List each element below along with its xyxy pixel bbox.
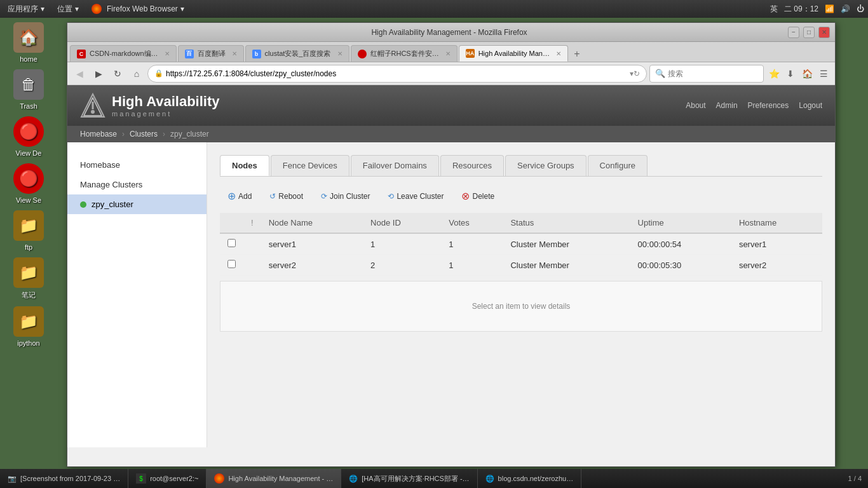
- tab-fence-devices[interactable]: Fence Devices: [271, 155, 349, 176]
- join-label: Join Cluster: [330, 192, 370, 201]
- th-votes: Votes: [441, 213, 503, 233]
- taskbar-rhcs[interactable]: 🌐 [HA高可用解决方案·RHCS部署 -…: [341, 469, 477, 488]
- sidebar-homebase[interactable]: Homebase: [67, 155, 207, 175]
- address-bar[interactable]: 🔒 ▾ ↻: [147, 65, 647, 83]
- nav-logout[interactable]: Logout: [799, 101, 822, 110]
- row2-checkbox[interactable]: [220, 255, 243, 276]
- search-input[interactable]: [668, 69, 763, 78]
- sidebar-manage-clusters[interactable]: Manage Clusters: [67, 175, 207, 194]
- maximize-button[interactable]: □: [803, 27, 815, 38]
- tab-rhcs-close[interactable]: ✕: [445, 50, 451, 57]
- firefox-tabs: C CSDN-markdown编… ✕ 百 百度翻译 ✕ b clustat安装…: [67, 42, 835, 62]
- table-row[interactable]: server1 1 1 Cluster Member 00:00:00:54 s…: [220, 233, 822, 255]
- taskbar-ha[interactable]: High Availability Management - …: [207, 469, 341, 488]
- tab-service-groups[interactable]: Service Groups: [505, 155, 587, 176]
- blog-label: blog.csdn.net/zerozhu…: [498, 475, 574, 482]
- content-tabs: Nodes Fence Devices Failover Domains Res…: [220, 155, 822, 177]
- desktop-icon-notes[interactable]: 📁 笔记: [6, 257, 51, 300]
- ha-nav-links: About Admin Preferences Logout: [686, 101, 822, 110]
- delete-button[interactable]: ⊗ Delete: [454, 187, 502, 205]
- sidebar-cluster-item[interactable]: zpy_cluster: [67, 194, 207, 214]
- tab-clustat-close[interactable]: ✕: [337, 50, 342, 57]
- th-hostname: Hostname: [731, 213, 822, 233]
- nav-preferences[interactable]: Preferences: [748, 101, 789, 110]
- tab-csdn[interactable]: C CSDN-markdown编… ✕: [70, 45, 177, 62]
- table-row[interactable]: server2 2 1 Cluster Member 00:00:05:30 s…: [220, 255, 822, 276]
- close-button[interactable]: ✕: [818, 27, 830, 38]
- tab-ha-label: High Availability Man…: [478, 50, 550, 57]
- ffhome-icon[interactable]: 🏠: [799, 66, 815, 81]
- desktop: 应用程序 ▾ 位置 ▾ Firefox Web Browser ▾ 英 二 09…: [0, 0, 868, 488]
- desktop-icon-trash[interactable]: 🗑 Trash: [6, 69, 51, 110]
- breadcrumb-homebase[interactable]: Homebase: [80, 130, 117, 139]
- tab-nodes[interactable]: Nodes: [220, 155, 269, 176]
- nav-admin[interactable]: Admin: [716, 101, 738, 110]
- app-menu[interactable]: 应用程序 ▾: [4, 3, 48, 16]
- bookmark-icon[interactable]: ⭐: [766, 66, 782, 81]
- row2-hostname: server2: [731, 255, 822, 276]
- row1-status: Cluster Member: [503, 233, 630, 255]
- desktop-icon-viewse[interactable]: 🔴 View Se: [6, 163, 51, 204]
- minimize-button[interactable]: −: [788, 27, 799, 38]
- add-button[interactable]: ⊕ Add: [220, 187, 259, 205]
- th-checkbox: [220, 213, 243, 233]
- desktop-icon-ipython[interactable]: 📁 ipython: [6, 306, 51, 347]
- app-menu-label: 应用程序: [8, 4, 38, 15]
- row1-checkbox[interactable]: [220, 233, 243, 255]
- firefox-menu-label: Firefox Web Browser: [107, 4, 178, 13]
- breadcrumb-clusters[interactable]: Clusters: [130, 130, 158, 139]
- tab-clustat-label: clustat安装_百度搜索: [265, 49, 331, 58]
- search-bar[interactable]: 🔍: [649, 65, 764, 83]
- download-icon[interactable]: ⬇: [783, 66, 798, 81]
- leave-icon: ⟲: [388, 192, 394, 201]
- table-header-row: ! Node Name Node ID Votes Status Uptime …: [220, 213, 822, 233]
- home-button[interactable]: ⌂: [128, 65, 145, 82]
- row1-votes: 1: [441, 233, 503, 255]
- ha-container: High Availability management About Admin…: [67, 85, 835, 447]
- nav-about[interactable]: About: [686, 101, 705, 110]
- row1-index: [243, 233, 261, 255]
- tab-baidu-translate-label: 百度翻译: [198, 49, 226, 58]
- firefox-menu[interactable]: Firefox Web Browser ▾: [88, 3, 188, 15]
- tab-baidu-translate-close[interactable]: ✕: [232, 50, 237, 57]
- desktop-icon-ftp[interactable]: 📁 ftp: [6, 210, 51, 251]
- forward-button[interactable]: ▶: [90, 65, 107, 82]
- page-number: 1 / 4: [848, 475, 868, 482]
- join-cluster-button[interactable]: ⟳ Join Cluster: [313, 189, 377, 204]
- tab-baidu-translate[interactable]: 百 百度翻译 ✕: [178, 45, 244, 62]
- leave-cluster-button[interactable]: ⟲ Leave Cluster: [380, 189, 451, 204]
- firefox-title: High Availability Management - Mozilla F…: [111, 28, 788, 37]
- row2-uptime: 00:00:05:30: [630, 255, 731, 276]
- firefox-controls: − □ ✕: [788, 27, 830, 38]
- tab-resources[interactable]: Resources: [440, 155, 504, 176]
- tab-configure[interactable]: Configure: [588, 155, 648, 176]
- row2-status: Cluster Member: [503, 255, 630, 276]
- taskbar-top: 应用程序 ▾ 位置 ▾ Firefox Web Browser ▾ 英 二 09…: [0, 0, 868, 18]
- tab-failover-domains[interactable]: Failover Domains: [351, 155, 439, 176]
- desktop-icon-home[interactable]: 🏠 home: [6, 22, 51, 63]
- location-menu[interactable]: 位置 ▾: [53, 3, 83, 16]
- url-input[interactable]: [166, 69, 630, 78]
- wifi-icon: 📶: [825, 4, 834, 13]
- menu-icon[interactable]: ☰: [816, 66, 831, 81]
- reload-button[interactable]: ↻: [109, 65, 126, 82]
- taskbar-screenshot[interactable]: 📷 [Screenshot from 2017-09-23 …: [0, 469, 128, 488]
- tab-ha-close[interactable]: ✕: [556, 50, 561, 57]
- address-go[interactable]: ↻: [634, 69, 640, 78]
- new-tab-button[interactable]: +: [569, 46, 585, 62]
- breadcrumb-sep1: ›: [122, 130, 125, 139]
- taskbar-terminal[interactable]: $ root@server2:~: [128, 469, 207, 488]
- reboot-button[interactable]: ↺ Reboot: [262, 189, 311, 204]
- svg-rect-3: [92, 102, 94, 109]
- back-button[interactable]: ◀: [71, 65, 88, 82]
- taskbar-blog[interactable]: 🌐 blog.csdn.net/zerozhu…: [478, 469, 582, 488]
- tab-csdn-close[interactable]: ✕: [165, 50, 170, 57]
- tab-ha[interactable]: HA High Availability Man… ✕: [459, 45, 568, 62]
- tab-rhcs[interactable]: 红帽子RHCS套件安… ✕: [351, 45, 458, 62]
- leave-label: Leave Cluster: [397, 192, 444, 201]
- add-label: Add: [238, 192, 252, 201]
- toolbar-icons: ⭐ ⬇ 🏠 ☰: [766, 66, 831, 81]
- tab-clustat[interactable]: b clustat安装_百度搜索 ✕: [245, 45, 349, 62]
- desktop-icon-viewde[interactable]: 🔴 View De: [6, 116, 51, 157]
- content-toolbar: ⊕ Add ↺ Reboot ⟳ Join Cluster ⟲: [220, 187, 822, 205]
